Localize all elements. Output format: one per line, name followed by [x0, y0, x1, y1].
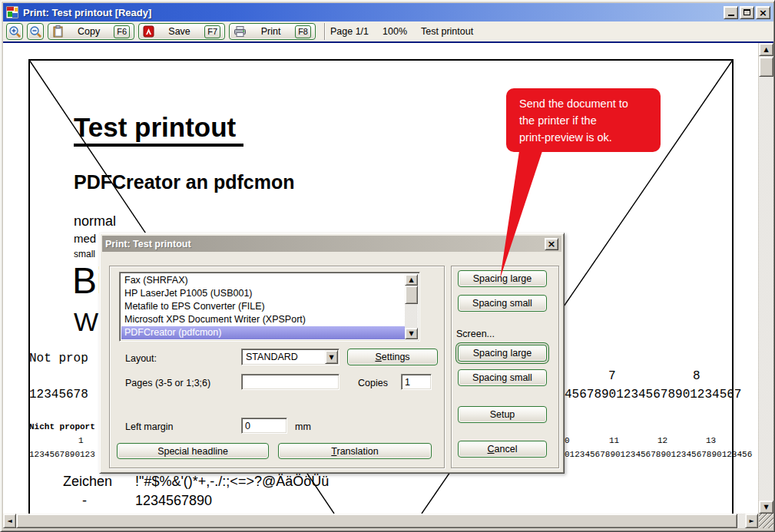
print-fkey-badge: F8: [295, 25, 311, 38]
setup-button[interactable]: Setup: [458, 406, 547, 423]
doc-notprop: Not prop: [29, 352, 88, 365]
printer-list-item[interactable]: Metafile to EPS Converter (FILE): [121, 300, 405, 313]
maximize-button[interactable]: [740, 6, 754, 19]
zoom-level: 100%: [383, 26, 407, 37]
pages-input[interactable]: [241, 374, 339, 390]
scroll-down-icon: ▼: [409, 330, 413, 337]
scroll-down-icon: ▼: [763, 504, 768, 511]
zoom-out-button[interactable]: [27, 23, 44, 40]
app-window: Print: Test printout [Ready] ×: [0, 0, 775, 532]
app-icon: [6, 6, 18, 18]
ruler-marker-1: 1: [78, 436, 84, 445]
minimize-button[interactable]: [724, 6, 738, 19]
copy-fkey-badge: F6: [114, 25, 130, 38]
printer-list-item[interactable]: Fax (SHRFAX): [121, 274, 405, 287]
printer-icon: [233, 25, 247, 38]
close-button[interactable]: ×: [756, 6, 770, 19]
toolbar-status: Page 1/1 100% Test printout: [330, 26, 473, 37]
save-fkey-badge: F7: [204, 25, 220, 38]
settings-button[interactable]: Settings: [347, 349, 438, 365]
minimize-icon: [728, 15, 734, 16]
screen-spacing-large-button[interactable]: Spacing large: [458, 345, 547, 362]
ruler-marker-8: 8: [693, 369, 700, 383]
list-scroll-thumb[interactable]: [405, 286, 418, 304]
print-label: Print: [261, 26, 281, 37]
toolbar: Copy F6 Save F7 Print F8 Page 1/1 100%: [3, 21, 773, 43]
title-bar: Print: Test printout [Ready] ×: [3, 3, 773, 21]
resize-grip[interactable]: [759, 514, 773, 528]
close-icon: ×: [759, 8, 767, 18]
printer-list-item-selected[interactable]: PDFCreator (pdfcmon): [121, 326, 405, 339]
special-headline-button[interactable]: Special headline: [117, 443, 269, 459]
copy-button[interactable]: Copy F6: [48, 23, 134, 40]
ruler-marker-7: 7: [608, 369, 616, 383]
screen-label: Screen...: [456, 329, 495, 339]
pdf-icon: [143, 25, 154, 38]
callout-tail: [487, 150, 556, 281]
printer-list-item[interactable]: \\NPIBINN057\HP LaserJet P1005 (USB002): [121, 339, 405, 342]
scroll-right-icon: ►: [749, 517, 753, 524]
copies-label: Copies: [358, 378, 388, 388]
cancel-button[interactable]: Cancel: [458, 441, 547, 458]
layout-label: Layout:: [125, 353, 157, 364]
zeichen-label: Zeichen: [63, 474, 112, 490]
maximize-icon: [744, 9, 750, 15]
translation-button[interactable]: Translation: [278, 443, 432, 459]
save-button[interactable]: Save F7: [138, 23, 225, 40]
ruler-small-right: 0123456789012345678901234567890123456: [565, 450, 752, 459]
scroll-up-icon: ▲: [763, 46, 768, 53]
layout-value: STANDARD: [246, 352, 298, 362]
vertical-scroll-thumb[interactable]: [759, 57, 773, 77]
callout-line-1: Send the document to: [519, 95, 661, 112]
copy-label: Copy: [78, 26, 100, 37]
left-margin-input[interactable]: [241, 418, 287, 434]
screen-spacing-small-button[interactable]: Spacing small: [458, 369, 547, 386]
zeichen-symbols: !"#$%&'()*+,-./:;<=>?@ÄäÖöÜü: [135, 474, 329, 490]
spacing-small-button[interactable]: Spacing small: [458, 295, 547, 312]
ruler-small-left: 1234567890123: [29, 450, 95, 459]
scroll-up-button[interactable]: ▲: [759, 43, 773, 56]
horizontal-scroll-thumb[interactable]: [16, 514, 737, 528]
scroll-up-icon: ▲: [409, 276, 413, 283]
window-title: Print: Test printout [Ready]: [23, 7, 722, 18]
printer-list-item[interactable]: HP LaserJet P1005 (USB001): [121, 287, 405, 300]
document-name: Test printout: [421, 26, 473, 37]
layout-dropdown-button[interactable]: ▼: [325, 350, 338, 364]
margin-unit-label: mm: [295, 421, 311, 432]
layout-combobox[interactable]: STANDARD ▼: [241, 349, 339, 365]
callout-line-2: the printer if the: [519, 112, 661, 129]
scroll-left-button[interactable]: ◄: [3, 514, 16, 528]
doc-sample-small: small: [74, 249, 95, 259]
horizontal-scrollbar[interactable]: ◄ ►: [3, 514, 758, 528]
copies-input[interactable]: [401, 374, 432, 390]
ruler-small-label: Nicht proport: [29, 422, 95, 431]
ruler-big-left: 12345678: [29, 388, 88, 401]
zoom-in-icon: [8, 25, 22, 38]
printer-list-scrollbar[interactable]: ▲ ▼: [405, 274, 418, 339]
list-scroll-down-button[interactable]: ▼: [405, 328, 418, 339]
print-button[interactable]: Print F8: [229, 23, 316, 40]
zeichen-dash: -: [82, 493, 87, 509]
zeichen-digits: 1234567890: [135, 493, 212, 509]
doc-sample-med: med: [74, 232, 96, 245]
save-label: Save: [168, 26, 190, 37]
pages-label: Pages (3-5 or 1;3;6): [125, 378, 210, 388]
print-preview-area: Test printout PDFCreator an pdfcmon norm…: [3, 43, 758, 514]
dialog-title: Print: Test printout: [105, 239, 543, 249]
scroll-right-button[interactable]: ►: [745, 514, 758, 528]
callout-bubble: Send the document to the printer if the …: [506, 88, 661, 152]
printer-listbox[interactable]: Fax (SHRFAX) HP LaserJet P1005 (USB001) …: [119, 272, 420, 342]
left-margin-label: Left margin: [125, 421, 174, 432]
scroll-left-icon: ◄: [7, 517, 12, 524]
toolbar-separator: [324, 23, 326, 40]
chevron-down-icon: ▼: [329, 354, 333, 361]
callout-line-3: print-preview is ok.: [519, 129, 661, 146]
page-indicator: Page 1/1: [330, 26, 369, 37]
zoom-out-icon: [29, 25, 42, 38]
scroll-down-button[interactable]: ▼: [759, 501, 773, 514]
vertical-scrollbar[interactable]: ▲ ▼: [759, 43, 773, 514]
list-scroll-up-button[interactable]: ▲: [405, 274, 418, 286]
printer-list-item[interactable]: Microsoft XPS Document Writer (XPSPort): [121, 313, 405, 326]
ruler-marker-0: 0: [565, 436, 570, 445]
zoom-in-button[interactable]: [6, 23, 23, 40]
